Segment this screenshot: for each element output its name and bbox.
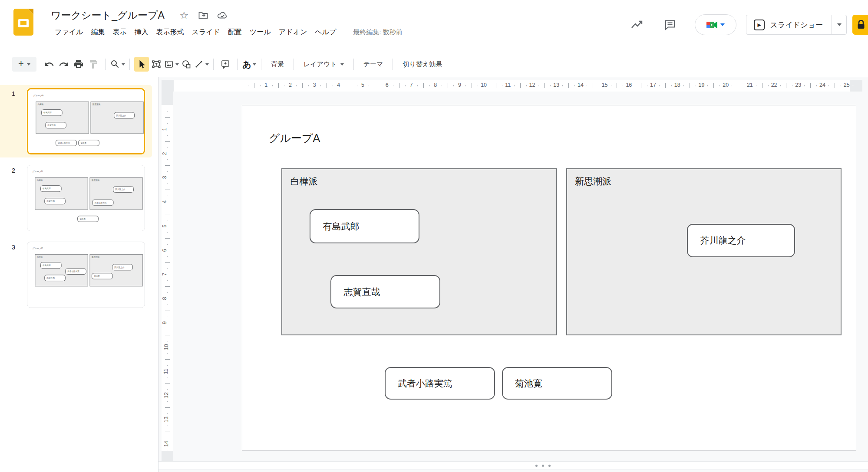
zoom-button[interactable] [110,57,125,72]
meet-join-button[interactable] [695,14,736,35]
author-chip[interactable]: 芥川龍之介 [112,264,133,271]
splitter-drag-handle-icon[interactable] [535,465,551,467]
h-ruler-label: 6 [386,82,389,88]
author-chip[interactable]: 有島武郎 [40,262,62,269]
slideshow-button[interactable]: ▶ スライドショー [746,15,847,35]
activity-dashboard-button[interactable] [630,18,644,31]
insert-shape-button[interactable] [179,57,194,72]
slide-group-title[interactable]: グループA [269,131,320,145]
h-ruler-label: 22 [771,82,777,88]
comment-plus-icon [220,59,231,69]
new-slide-button[interactable]: + [12,57,36,72]
transition-button[interactable]: 切り替え効果 [397,57,447,72]
menu-item-0[interactable]: ファイル [51,26,87,39]
insert-line-button[interactable] [194,57,209,72]
menu-item-1[interactable]: 編集 [87,26,109,39]
menu-item-8[interactable]: アドオン [275,26,311,39]
star-button[interactable]: ☆ [177,9,191,22]
text-box-button[interactable] [149,57,164,72]
slide-thumbnail-1[interactable]: グループA白樺派新思潮派有島武郎志賀直哉芥川龍之介武者小路実篤菊池寛 [27,88,145,154]
redo-button[interactable] [56,57,71,72]
slide-group-title[interactable]: グループC [33,247,43,250]
author-chip[interactable]: 芥川龍之介 [114,112,135,119]
author-chip[interactable]: 武者小路実篤 [65,269,86,275]
author-chip[interactable]: 菊池寛 [78,140,99,146]
last-edit-link[interactable]: 最終編集: 数秒前 [353,28,402,36]
author-chip[interactable]: 菊池寛 [502,367,612,400]
main-slide-canvas[interactable]: グループA白樺派新思潮派有島武郎志賀直哉芥川龍之介武者小路実篤菊池寛 [242,105,856,451]
slide-group-title[interactable]: グループA [33,94,44,97]
author-chip[interactable]: 武者小路実篤 [56,140,77,146]
toolbar-separator [129,59,130,70]
slide-surface: グループA白樺派新思潮派有島武郎志賀直哉芥川龍之介武者小路実篤菊池寛 [242,105,856,450]
paint-format-icon [88,59,99,69]
activity-trend-icon [630,19,644,30]
author-chip[interactable]: 有島武郎 [310,209,419,243]
slides-logo-icon[interactable] [13,9,33,36]
menu-item-2[interactable]: 表示 [109,26,131,39]
author-chip[interactable]: 有島武郎 [41,109,63,116]
faction-label: 新思潮派 [90,255,142,259]
author-chip[interactable]: 菊池寛 [92,273,113,279]
vertical-ruler: 1234567891011121314 [162,92,173,461]
zoom-icon [110,59,120,69]
toolbar-separator [393,59,393,70]
author-chip[interactable]: 芥川龍之介 [687,224,795,257]
slide-group-title[interactable]: グループB [33,170,43,173]
author-chip[interactable]: 志賀直哉 [44,198,66,204]
print-button[interactable] [71,57,86,72]
slideshow-main[interactable]: ▶ スライドショー [746,15,832,34]
layout-button[interactable]: レイアウト [298,57,349,72]
author-chip[interactable]: 芥川龍之介 [113,186,134,193]
author-chip[interactable]: 武者小路実篤 [385,367,495,400]
undo-button[interactable] [42,57,56,72]
cloud-check-icon [217,10,228,20]
author-chip[interactable]: 志賀直哉 [330,275,440,308]
h-ruler-label: 10 [481,82,487,88]
plus-icon: + [18,59,24,69]
thumbnail-row-1: 1グループA白樺派新思潮派有島武郎志賀直哉芥川龍之介武者小路実篤菊池寛 [0,85,152,157]
slide-surface: グループC白樺派新思潮派有島武郎武者小路実篤志賀直哉芥川龍之介菊池寛 [27,242,145,308]
author-chip[interactable]: 有島武郎 [40,185,62,192]
h-ruler-label: 5 [361,82,364,88]
paint-format-button[interactable] [86,57,101,72]
star-icon: ☆ [180,10,189,20]
menu-item-5[interactable]: スライド [188,26,224,39]
author-chip[interactable]: 武者小路実篤 [92,200,114,206]
faction-box[interactable]: 白樺派 [36,102,89,134]
v-ruler-label: 1 [162,128,168,131]
author-chip[interactable]: 志賀直哉 [45,122,66,128]
h-ruler-label: 1 [264,82,267,88]
menu-item-9[interactable]: ヘルプ [311,26,340,39]
move-to-folder-button[interactable] [196,9,211,22]
menu-item-7[interactable]: ツール [246,26,275,39]
menu-item-4[interactable]: 表示形式 [152,26,188,39]
line-dropdown-arrow [205,63,209,66]
slide-thumbnail-3[interactable]: グループC白樺派新思潮派有島武郎武者小路実篤志賀直哉芥川龍之介菊池寛 [27,242,145,308]
cloud-status-button[interactable] [215,9,230,22]
thumbnail-scaler: グループA白樺派新思潮派有島武郎志賀直哉芥川龍之介武者小路実篤菊池寛 [28,89,145,154]
toolbar: + [0,52,868,77]
author-chip[interactable]: 菊池寛 [77,216,99,222]
select-tool-button[interactable] [134,57,149,72]
background-button[interactable]: 背景 [266,57,289,72]
print-icon [73,59,84,69]
comments-button[interactable] [663,18,677,31]
faction-box[interactable]: 白樺派 [281,168,557,335]
thumbnail-row-3: 3グループC白樺派新思潮派有島武郎武者小路実篤志賀直哉芥川龍之介菊池寛 [0,239,152,311]
faction-box[interactable]: 白樺派 [35,177,88,210]
document-title[interactable]: ワークシート_グループA [51,9,165,22]
h-ruler-label: 13 [553,82,559,88]
speaker-notes-splitter[interactable] [158,461,868,469]
text-style-button[interactable]: あ [242,57,257,72]
theme-button[interactable]: テーマ [358,57,389,72]
insert-image-button[interactable] [164,57,179,72]
author-chip[interactable]: 志賀直哉 [44,275,66,281]
menu-item-6[interactable]: 配置 [224,26,246,39]
meet-dropdown-arrow [720,23,725,26]
insert-comment-button[interactable] [218,57,233,72]
slide-thumbnail-2[interactable]: グループB白樺派新思潮派有島武郎志賀直哉芥川龍之介武者小路実篤菊池寛 [27,165,145,231]
share-button[interactable] [852,15,868,35]
slideshow-dropdown[interactable] [832,15,846,34]
menu-item-3[interactable]: 挿入 [131,26,152,39]
